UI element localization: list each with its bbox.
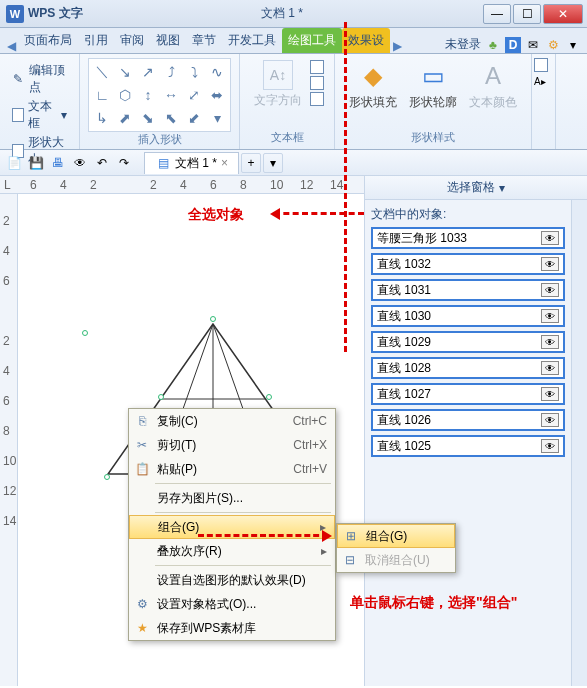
pane-dropdown-icon[interactable]: ▾ <box>499 181 505 195</box>
edit-vertex-button[interactable]: ✎编辑顶点 <box>12 62 67 96</box>
annotation-arrow-1 <box>274 212 364 215</box>
textbox-opt1[interactable] <box>310 60 324 74</box>
annotation-selectall: 全选对象 <box>188 206 244 224</box>
tab-effects[interactable]: 效果设 <box>342 28 390 53</box>
menu-saveas[interactable]: 另存为图片(S)... <box>129 486 335 510</box>
textdir-button[interactable]: A↕文字方向 <box>248 58 308 111</box>
submenu-arrow-icon: ▸ <box>321 544 327 558</box>
textbox-opt2[interactable] <box>310 76 324 90</box>
eye-icon[interactable]: 👁 <box>541 439 559 453</box>
group-label-insert: 插入形状 <box>88 132 231 147</box>
textcolor-button[interactable]: A文本颜色 <box>463 58 523 113</box>
eye-icon[interactable]: 👁 <box>541 361 559 375</box>
wifi-icon[interactable]: ⚙ <box>545 37 561 53</box>
pane-header: 选择窗格▾ <box>365 176 587 200</box>
redo-button[interactable]: ↷ <box>114 153 134 173</box>
list-item[interactable]: 直线 1025👁 <box>371 435 565 457</box>
eye-icon[interactable]: 👁 <box>541 309 559 323</box>
object-list: 等腰三角形 1033👁 直线 1032👁 直线 1031👁 直线 1030👁 直… <box>371 227 565 457</box>
eye-icon[interactable]: 👁 <box>541 283 559 297</box>
mail-icon[interactable]: ✉ <box>525 37 541 53</box>
addtab-button[interactable]: + <box>241 153 261 173</box>
group-label-textbox: 文本框 <box>248 130 326 145</box>
tab-chapter[interactable]: 章节 <box>186 28 222 53</box>
menu-paste[interactable]: 📋粘贴(P)Ctrl+V <box>129 457 335 481</box>
list-item[interactable]: 直线 1030👁 <box>371 305 565 327</box>
eye-icon[interactable]: 👁 <box>541 387 559 401</box>
doctab-label: 文档 1 * <box>175 155 217 172</box>
ungroup-icon: ⊟ <box>341 553 359 567</box>
misc-btn1[interactable] <box>534 58 548 72</box>
ribbon: ✎编辑顶点 文本框▾ 形状大小 ＼↘↗⤴⤵∿ ∟⬡↕↔⤢⬌ ↳⬈⬊⬉⬋▾ 插入形… <box>0 54 587 150</box>
shape-gallery[interactable]: ＼↘↗⤴⤵∿ ∟⬡↕↔⤢⬌ ↳⬈⬊⬉⬋▾ <box>88 58 231 132</box>
list-item[interactable]: 等腰三角形 1033👁 <box>371 227 565 249</box>
menu-format[interactable]: ⚙设置对象格式(O)... <box>129 592 335 616</box>
copy-icon: ⎘ <box>133 414 151 428</box>
login-link[interactable]: 未登录 <box>445 36 481 53</box>
app-name: WPS 文字 <box>28 5 83 22</box>
list-item[interactable]: 直线 1031👁 <box>371 279 565 301</box>
doc-icon: ▤ <box>155 155 171 171</box>
tablist-button[interactable]: ▾ <box>263 153 283 173</box>
menu-copy[interactable]: ⎘复制(C)Ctrl+C <box>129 409 335 433</box>
textbox-button[interactable]: 文本框▾ <box>12 98 67 132</box>
list-item[interactable]: 直线 1028👁 <box>371 357 565 379</box>
maximize-button[interactable]: ☐ <box>513 4 541 24</box>
textbox-opt3[interactable] <box>310 92 324 106</box>
ribbon-tabs: ◀ 页面布局 引用 审阅 视图 章节 开发工具 绘图工具 效果设 ▶ 未登录 ♣… <box>0 28 587 54</box>
doctab-close-icon[interactable]: × <box>221 156 228 170</box>
tab-review[interactable]: 审阅 <box>114 28 150 53</box>
undo-button[interactable]: ↶ <box>92 153 112 173</box>
savewps-icon: ★ <box>133 621 151 635</box>
annotation-arrow-2 <box>198 534 328 537</box>
menu-defaults[interactable]: 设置自选图形的默认效果(D) <box>129 568 335 592</box>
tab-developer[interactable]: 开发工具 <box>222 28 282 53</box>
tab-reference[interactable]: 引用 <box>78 28 114 53</box>
annotation-arrow-vertical <box>344 22 347 352</box>
menu-savewps[interactable]: ★保存到WPS素材库 <box>129 616 335 640</box>
cut-icon: ✂ <box>133 438 151 452</box>
list-item[interactable]: 直线 1027👁 <box>371 383 565 405</box>
print-button[interactable]: 🖶 <box>48 153 68 173</box>
save-button[interactable]: 💾 <box>26 153 46 173</box>
outline-icon: ▭ <box>417 60 449 92</box>
list-item[interactable]: 直线 1029👁 <box>371 331 565 353</box>
list-item[interactable]: 直线 1032👁 <box>371 253 565 275</box>
tab-view[interactable]: 视图 <box>150 28 186 53</box>
tab-prev-icon[interactable]: ◀ <box>4 39 18 53</box>
fill-icon: ◆ <box>357 60 389 92</box>
eye-icon[interactable]: 👁 <box>541 231 559 245</box>
eye-icon[interactable]: 👁 <box>541 257 559 271</box>
doc-title: 文档 1 * <box>83 5 481 22</box>
list-item[interactable]: 直线 1026👁 <box>371 409 565 431</box>
group-label-shapestyle: 形状样式 <box>343 130 523 145</box>
menu-order[interactable]: 叠放次序(R)▸ <box>129 539 335 563</box>
tab-next-icon[interactable]: ▶ <box>390 39 404 53</box>
outline-button[interactable]: ▭形状轮廓 <box>403 58 463 113</box>
new-button[interactable]: 📄 <box>4 153 24 173</box>
tab-drawtools[interactable]: 绘图工具 <box>282 28 342 53</box>
close-button[interactable]: ✕ <box>543 4 583 24</box>
submenu-group-item[interactable]: ⊞组合(G) <box>337 524 455 548</box>
document-tab[interactable]: ▤ 文档 1 * × <box>144 152 239 174</box>
app-logo-icon: W <box>6 5 24 23</box>
textdir-icon: A↕ <box>263 60 293 90</box>
eye-icon[interactable]: 👁 <box>541 413 559 427</box>
tab-pagelayout[interactable]: 页面布局 <box>18 28 78 53</box>
misc-btn2[interactable]: A▸ <box>534 76 553 87</box>
minimize-button[interactable]: — <box>483 4 511 24</box>
scrollbar-vertical[interactable] <box>571 200 587 686</box>
format-icon: ⚙ <box>133 597 151 611</box>
annotation-rightclick: 单击鼠标右键，选择"组合" <box>350 594 517 612</box>
title-bar: W WPS 文字 文档 1 * — ☐ ✕ <box>0 0 587 28</box>
menu-icon[interactable]: ▾ <box>565 37 581 53</box>
ruler-vertical: 2 4 6 2 4 6 8 10 12 14 <box>0 194 18 686</box>
skin-icon[interactable]: ♣ <box>485 37 501 53</box>
menu-cut[interactable]: ✂剪切(T)Ctrl+X <box>129 433 335 457</box>
eye-icon[interactable]: 👁 <box>541 335 559 349</box>
pane-label: 文档中的对象: <box>371 206 565 223</box>
fill-button[interactable]: ◆形状填充 <box>343 58 403 113</box>
help-icon[interactable]: D <box>505 37 521 53</box>
textcolor-icon: A <box>477 60 509 92</box>
preview-button[interactable]: 👁 <box>70 153 90 173</box>
